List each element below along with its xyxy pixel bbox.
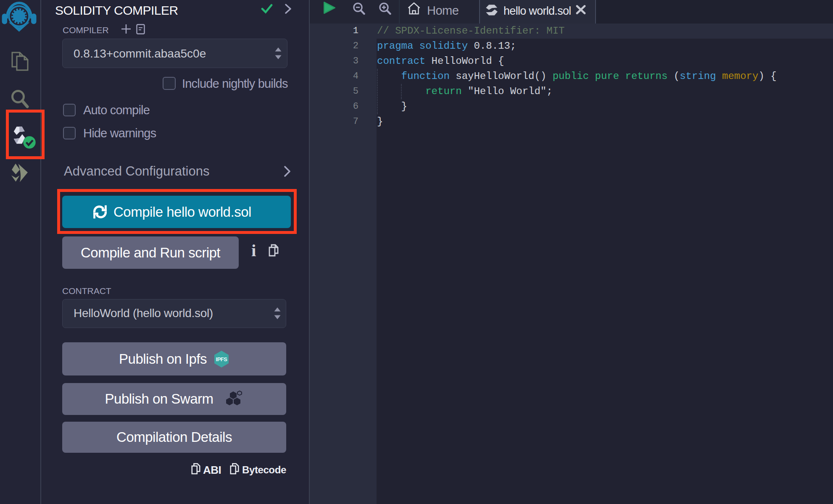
svg-text:IPFS: IPFS: [216, 356, 228, 362]
